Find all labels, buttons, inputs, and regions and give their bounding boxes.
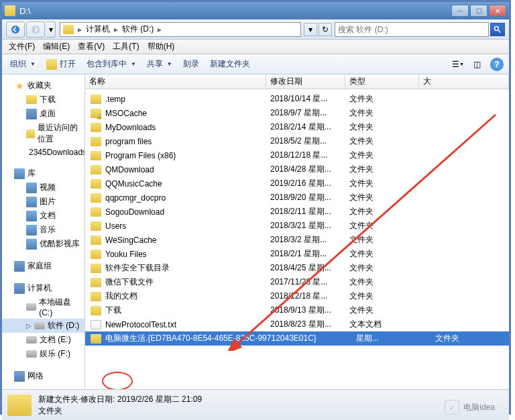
sidebar-videos[interactable]: 视频 xyxy=(2,180,84,195)
search-box[interactable] xyxy=(335,22,489,37)
preview-pane-button[interactable]: ◫ xyxy=(469,57,485,72)
libraries-group[interactable]: 库 xyxy=(2,166,84,180)
file-row[interactable]: QQMusicCache2019/2/16 星期...文件夹 xyxy=(85,176,509,191)
file-date: 2018/9/7 星期... xyxy=(270,107,349,119)
column-date[interactable]: 修改日期 xyxy=(266,74,345,89)
watermark-text: 电脑idea xyxy=(463,402,495,413)
file-row[interactable]: 下载2018/9/13 星期...文件夹 xyxy=(85,303,509,317)
file-name: 软件安全下载目录 xyxy=(105,262,270,274)
column-type[interactable]: 类型 xyxy=(345,74,419,89)
favorites-group[interactable]: ★收藏夹 xyxy=(2,78,84,93)
file-date: 2019/2/16 星期... xyxy=(270,178,349,189)
sidebar-youku[interactable]: 优酷影视库 xyxy=(2,237,84,251)
breadcrumb-computer[interactable]: 计算机 xyxy=(83,23,113,35)
drive-icon xyxy=(26,303,36,311)
column-size[interactable]: 大 xyxy=(419,74,509,89)
file-name: 微信下载文件 xyxy=(105,276,270,288)
file-type: 文件夹 xyxy=(349,262,423,274)
file-type: 文件夹 xyxy=(349,234,423,246)
breadcrumb-sep: ▸ xyxy=(113,25,119,34)
share-button[interactable]: 共享▼ xyxy=(144,57,175,71)
file-row[interactable]: 微信下载文件2017/11/28 星...文件夹 xyxy=(85,275,509,289)
open-button[interactable]: 打开 xyxy=(44,57,78,71)
file-row[interactable]: 软件安全下载目录2018/4/25 星期...文件夹 xyxy=(85,261,509,275)
file-row[interactable]: SogouDownload2018/2/11 星期...文件夹 xyxy=(85,205,509,219)
close-button[interactable]: ✕ xyxy=(489,5,506,17)
help-button[interactable]: ? xyxy=(490,58,504,71)
file-type: 文件夹 xyxy=(349,178,423,189)
menu-view[interactable]: 查看(V) xyxy=(74,40,109,54)
file-type: 文件夹 xyxy=(349,220,423,231)
file-row[interactable]: qqpcmgr_docpro2018/9/20 星期...文件夹 xyxy=(85,191,509,205)
file-date: 2017/11/28 星... xyxy=(270,276,349,288)
drive-icon xyxy=(34,322,45,329)
sidebar-drive-d[interactable]: ▷软件 (D:) xyxy=(2,319,84,333)
menu-edit[interactable]: 编辑(E) xyxy=(39,40,74,54)
music-icon xyxy=(26,225,37,235)
file-row[interactable]: 电脑微生活.{ED7BA470-8E54-465E-825C-99712043E… xyxy=(85,331,509,346)
file-row[interactable]: Program Files (x86)2018/12/18 星...文件夹 xyxy=(85,148,509,162)
column-name[interactable]: 名称 xyxy=(85,74,266,89)
folder-icon xyxy=(91,235,101,245)
file-row[interactable]: MyDownloads2018/2/14 星期...文件夹 xyxy=(85,120,509,134)
refresh-button[interactable]: ↻ xyxy=(319,23,332,36)
search-button[interactable] xyxy=(490,23,505,36)
address-dropdown[interactable]: ▾ xyxy=(304,23,317,36)
sidebar-drive-e[interactable]: 文档 (E:) xyxy=(2,333,84,347)
view-mode-button[interactable]: ☰▼ xyxy=(450,57,466,72)
menu-file[interactable]: 文件(F) xyxy=(5,40,39,54)
maximize-button[interactable]: ☐ xyxy=(470,5,488,17)
file-list[interactable]: .temp2018/10/14 星...文件夹MSOCache2018/9/7 … xyxy=(85,89,509,389)
sidebar-music[interactable]: 音乐 xyxy=(2,223,84,237)
network-group[interactable]: 网络 xyxy=(2,369,84,383)
file-row[interactable]: Users2018/3/21 星期...文件夹 xyxy=(85,219,509,233)
file-row[interactable]: program files2018/5/2 星期...文件夹 xyxy=(85,134,509,148)
file-row[interactable]: QMDownload2018/4/28 星期...文件夹 xyxy=(85,162,509,176)
folder-icon xyxy=(91,250,101,259)
sidebar-2345downloads[interactable]: 2345Downloads xyxy=(2,146,84,158)
file-row[interactable]: Youku Files2018/2/1 星期...文件夹 xyxy=(85,247,509,261)
include-library-button[interactable]: 包含到库中▼ xyxy=(84,57,139,71)
menu-help[interactable]: 帮助(H) xyxy=(144,40,179,54)
file-name: MyDownloads xyxy=(105,123,270,132)
file-date: 2018/9/13 星期... xyxy=(270,305,349,316)
sidebar-drive-f[interactable]: 娱乐 (F:) xyxy=(2,347,84,361)
file-row[interactable]: NewProtocolTest.txt2018/8/23 星期...文本文档 xyxy=(85,317,509,331)
document-icon xyxy=(26,211,37,221)
homegroup-group[interactable]: 家庭组 xyxy=(2,259,84,273)
sidebar-recent[interactable]: 最近访问的位置 xyxy=(2,121,84,146)
file-name: 电脑微生活.{ED7BA470-8E54-465E-825C-99712043E… xyxy=(105,333,356,344)
file-row[interactable]: .temp2018/10/14 星...文件夹 xyxy=(85,92,509,106)
organize-button[interactable]: 组织▼ xyxy=(7,57,38,71)
history-dropdown[interactable]: ▾ xyxy=(46,21,56,38)
search-input[interactable] xyxy=(338,25,488,34)
new-folder-button[interactable]: 新建文件夹 xyxy=(207,57,253,71)
back-button[interactable] xyxy=(6,21,25,38)
titlebar: D:\ ─ ☐ ✕ xyxy=(2,2,509,19)
address-bar[interactable]: ▸ 计算机 ▸ 软件 (D:) ▸ xyxy=(60,22,301,37)
file-row[interactable]: MSOCache2018/9/7 星期...文件夹 xyxy=(85,106,509,120)
burn-button[interactable]: 刻录 xyxy=(180,57,202,71)
breadcrumb-drive[interactable]: 软件 (D:) xyxy=(119,23,156,35)
file-row[interactable]: 我的文档2018/12/18 星...文件夹 xyxy=(85,289,509,303)
expand-icon[interactable]: ▷ xyxy=(26,322,33,329)
computer-group[interactable]: 计算机 xyxy=(2,281,84,295)
sidebar-desktop[interactable]: 桌面 xyxy=(2,107,84,121)
sidebar-pictures[interactable]: 图片 xyxy=(2,195,84,209)
file-date: 星期... xyxy=(356,333,435,344)
forward-button[interactable] xyxy=(26,21,45,38)
sidebar-documents[interactable]: 文档 xyxy=(2,209,84,223)
file-type: 文件夹 xyxy=(349,93,423,105)
minimize-button[interactable]: ─ xyxy=(451,5,469,17)
sidebar-drive-c[interactable]: 本地磁盘 (C:) xyxy=(2,295,84,319)
sidebar-downloads[interactable]: 下载 xyxy=(2,93,84,107)
svg-point-2 xyxy=(495,26,499,30)
file-date: 2018/3/2 星期... xyxy=(270,234,349,246)
file-type: 文件夹 xyxy=(349,164,423,175)
file-row[interactable]: WeSingCache2018/3/2 星期...文件夹 xyxy=(85,233,509,247)
folder-icon xyxy=(91,264,101,273)
svg-line-3 xyxy=(499,30,501,32)
navigation-pane[interactable]: ★收藏夹 下载 桌面 最近访问的位置 2345Downloads 库 视频 图片… xyxy=(2,74,85,389)
menu-tools[interactable]: 工具(T) xyxy=(109,40,143,54)
file-name: SogouDownload xyxy=(105,207,270,217)
